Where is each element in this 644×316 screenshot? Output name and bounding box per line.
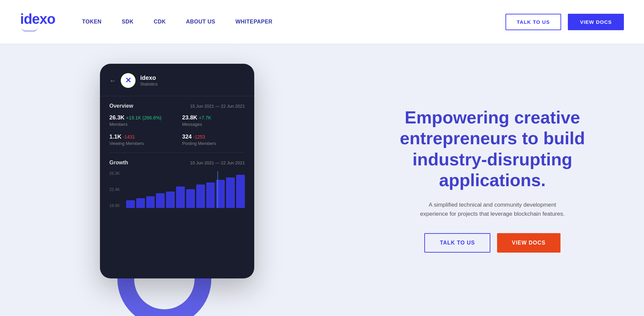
- stat-messages-value: 23.8K +7.7K: [182, 114, 245, 121]
- nav-cdk[interactable]: CDK: [154, 19, 166, 25]
- hero-left-panel: ← ✕ idexo Statistics Overview 15 Jun 202…: [0, 44, 354, 316]
- app-title-group: idexo Statistics: [140, 74, 158, 87]
- bar-fill: [206, 182, 215, 208]
- bar-item: [136, 171, 145, 208]
- bar-fill: [196, 185, 205, 208]
- stat-viewing: 1.1K -1431 Viewing Members: [109, 134, 172, 146]
- stat-posting-label: Posting Members: [182, 141, 245, 146]
- app-logo-circle: ✕: [121, 73, 136, 88]
- bar-fill: [236, 175, 245, 208]
- view-docs-button-hero[interactable]: VIEW DOCS: [497, 233, 560, 253]
- hero-heading: Empowering creative entrepreneurs to bui…: [368, 107, 617, 191]
- bar-fill: [156, 193, 165, 208]
- site-header: idexo TOKEN SDK CDK ABOUT US WHITEPAPER …: [0, 0, 644, 44]
- stat-messages-label: Messages: [182, 122, 245, 127]
- y-label-mid: 22.4K: [109, 187, 120, 192]
- talk-to-us-button-header[interactable]: TALK TO US: [505, 14, 561, 30]
- growth-y-labels: 26.3K 22.4K 18.6K: [109, 171, 120, 208]
- y-label-top: 26.3K: [109, 171, 120, 176]
- stat-members: 26.3K +19.1K (266.6%) Members: [109, 114, 172, 127]
- bar-fill: [176, 187, 185, 208]
- stat-members-label: Members: [109, 122, 172, 127]
- nav-sdk[interactable]: SDK: [122, 19, 133, 25]
- stats-grid: 26.3K +19.1K (266.6%) Members 23.8K +7.7…: [109, 114, 245, 146]
- bar-item: [236, 171, 245, 208]
- growth-header: Growth 10 Jun 2021 — 22 Jun 2021: [109, 160, 245, 166]
- stat-posting: 324 -1253 Posting Members: [182, 134, 245, 146]
- main-nav: TOKEN SDK CDK ABOUT US WHITEPAPER: [82, 19, 505, 25]
- bar-item: [146, 171, 155, 208]
- bar-fill: [186, 189, 195, 208]
- back-icon[interactable]: ←: [109, 77, 116, 85]
- overview-header: Overview 15 Jun 2021 — 22 Jun 2021: [109, 103, 245, 109]
- overview-stats-section: Overview 15 Jun 2021 — 22 Jun 2021 26.3K…: [109, 96, 245, 153]
- header-actions: TALK TO US VIEW DOCS: [505, 14, 624, 30]
- phone-mockup: ← ✕ idexo Statistics Overview 15 Jun 202…: [100, 64, 254, 278]
- growth-bars: [126, 171, 245, 208]
- trend-vertical-line: [217, 171, 218, 208]
- stat-viewing-label: Viewing Members: [109, 141, 172, 146]
- bar-item: [196, 171, 205, 208]
- bar-fill: [126, 200, 135, 208]
- stat-members-value: 26.3K +19.1K (266.6%): [109, 114, 172, 121]
- bar-item: [156, 171, 165, 208]
- bar-fill: [166, 192, 175, 208]
- y-label-bottom: 18.6K: [109, 203, 120, 208]
- bar-item: [176, 171, 185, 208]
- growth-date: 10 Jun 2021 — 22 Jun 2021: [190, 160, 245, 165]
- nav-whitepaper[interactable]: WHITEPAPER: [235, 19, 272, 25]
- bar-fill: [146, 196, 155, 208]
- bar-item: [226, 171, 235, 208]
- stat-posting-value: 324 -1253: [182, 134, 245, 140]
- bar-item: [126, 171, 135, 208]
- stat-viewing-value: 1.1K -1431: [109, 134, 172, 140]
- bar-fill: [136, 198, 145, 208]
- phone-app-subtitle: Statistics: [140, 82, 158, 87]
- bar-item: [206, 171, 215, 208]
- hero-right-panel: Empowering creative entrepreneurs to bui…: [354, 44, 644, 316]
- growth-section: Growth 10 Jun 2021 — 22 Jun 2021 26.3K 2…: [109, 153, 245, 208]
- logo[interactable]: idexo: [20, 12, 55, 32]
- view-docs-button-header[interactable]: VIEW DOCS: [568, 14, 624, 30]
- logo-smile-decoration: [21, 28, 38, 32]
- hero-actions: TALK TO US VIEW DOCS: [368, 233, 617, 253]
- growth-chart: 26.3K 22.4K 18.6K: [109, 171, 245, 208]
- bar-item: [166, 171, 175, 208]
- phone-app-name: idexo: [140, 74, 158, 82]
- hero-section: ← ✕ idexo Statistics Overview 15 Jun 202…: [0, 44, 644, 316]
- bar-fill: [226, 177, 235, 208]
- bar-item: [186, 171, 195, 208]
- app-logo-icon: ✕: [125, 76, 131, 85]
- stat-messages: 23.8K +7.7K Messages: [182, 114, 245, 127]
- nav-about-us[interactable]: ABOUT US: [186, 19, 215, 25]
- logo-text: idexo: [20, 12, 55, 26]
- hero-subtext: A simplified technical and community dev…: [419, 200, 566, 218]
- talk-to-us-button-hero[interactable]: TALK TO US: [424, 233, 490, 253]
- growth-label: Growth: [109, 160, 128, 166]
- nav-token[interactable]: TOKEN: [82, 19, 102, 25]
- phone-header: ← ✕ idexo Statistics: [109, 73, 245, 88]
- overview-label: Overview: [109, 103, 133, 109]
- overview-date: 15 Jun 2021 — 22 Jun 2021: [190, 104, 245, 109]
